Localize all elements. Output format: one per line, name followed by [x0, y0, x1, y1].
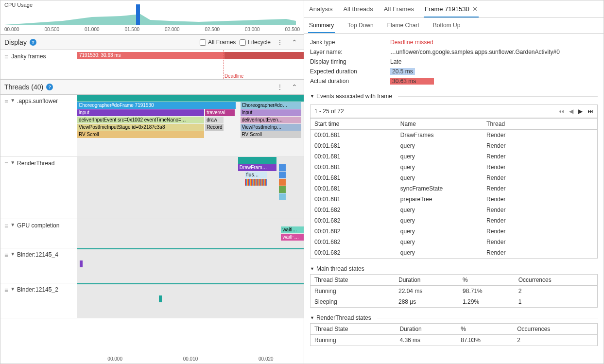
- table-cell: 00:01.681: [311, 183, 397, 194]
- drag-handle-icon[interactable]: [4, 222, 8, 230]
- trace-block[interactable]: waiti…: [281, 226, 304, 233]
- trace-block[interactable]: RV Scroll: [77, 131, 204, 138]
- table-header[interactable]: Thread: [483, 119, 597, 130]
- tab-all-threads[interactable]: All threads: [342, 3, 374, 17]
- trace-block[interactable]: [279, 186, 286, 193]
- trace-block[interactable]: [77, 95, 304, 102]
- caret-down-icon[interactable]: ▼: [10, 286, 15, 292]
- trace-block[interactable]: [279, 179, 286, 186]
- primary-tabs: Analysis All threads All Frames Frame 71…: [304, 0, 604, 18]
- chevron-up-icon[interactable]: [289, 82, 300, 92]
- close-icon[interactable]: ✕: [472, 5, 478, 13]
- trace-block[interactable]: RV Scroll: [241, 131, 302, 138]
- caret-down-icon[interactable]: ▼: [10, 222, 15, 227]
- table-header[interactable]: Thread State: [311, 275, 395, 286]
- table-row[interactable]: 00:01.681queryRender: [311, 162, 598, 173]
- cpu-chart[interactable]: [4, 10, 300, 25]
- pager-prev-icon[interactable]: ◀: [569, 108, 573, 115]
- thread-row: ▼ .apps.sunflower Choreographer#doFrame …: [0, 95, 304, 157]
- table-header[interactable]: Start time: [311, 119, 397, 130]
- trace-block[interactable]: Choreographer#do…: [241, 102, 302, 109]
- tab-bottom-up[interactable]: Bottom Up: [432, 21, 462, 33]
- caret-down-icon[interactable]: ▼: [10, 160, 15, 165]
- trace-block[interactable]: input: [241, 109, 302, 116]
- table-row[interactable]: 00:01.681queryRender: [311, 173, 598, 183]
- trace-block[interactable]: Choreographer#doFrame 7191530: [77, 102, 236, 109]
- table-row[interactable]: 00:01.682queryRender: [311, 215, 598, 226]
- table-cell: Render: [483, 151, 597, 162]
- caret-down-icon[interactable]: ▼: [10, 98, 15, 103]
- table-header[interactable]: %: [457, 324, 513, 335]
- kebab-icon[interactable]: [275, 37, 285, 48]
- pager-first-icon[interactable]: ⏮: [558, 108, 564, 115]
- trace-block[interactable]: ViewPostImeInp…: [241, 124, 302, 131]
- trace-block[interactable]: waitF…: [281, 234, 304, 241]
- trace-block[interactable]: [77, 283, 304, 284]
- pager-next-icon[interactable]: ▶: [578, 108, 583, 115]
- table-cell: 00:01.681: [311, 140, 397, 151]
- table-row[interactable]: 00:01.681DrawFramesRender: [311, 130, 598, 141]
- tab-summary[interactable]: Summary: [308, 21, 335, 33]
- table-row[interactable]: Running4.36 ms87.03%2: [311, 335, 598, 346]
- trace-block[interactable]: deliverInputEven…: [241, 117, 302, 123]
- tab-analysis[interactable]: Analysis: [308, 3, 333, 17]
- trace-block[interactable]: ViewPostImeInputStage id=0x2187c3a8: [77, 124, 204, 131]
- trace-block[interactable]: traversal: [205, 109, 235, 116]
- caret-down-icon[interactable]: ▼: [10, 251, 15, 257]
- table-header[interactable]: Occurrences: [515, 275, 598, 286]
- kebab-icon[interactable]: [275, 82, 285, 92]
- help-icon[interactable]: ?: [30, 39, 36, 46]
- trace-block[interactable]: [279, 193, 286, 200]
- trace-block[interactable]: Record …: [205, 124, 223, 131]
- all-frames-checkbox[interactable]: All Frames: [200, 39, 236, 46]
- trace-block[interactable]: [238, 157, 276, 164]
- table-row[interactable]: 00:01.681prepareTreeRender: [311, 194, 598, 205]
- table-row[interactable]: 00:01.681queryRender: [311, 151, 598, 162]
- trace-block[interactable]: [279, 172, 286, 178]
- tab-all-frames[interactable]: All Frames: [383, 3, 415, 17]
- trace-block[interactable]: [245, 179, 268, 186]
- chevron-up-icon[interactable]: [289, 37, 300, 48]
- trace-block[interactable]: [80, 260, 83, 267]
- trace-block[interactable]: [77, 248, 304, 249]
- pager-info: 1 - 25 of 72: [314, 108, 558, 115]
- tab-flame-chart[interactable]: Flame Chart: [386, 21, 420, 33]
- drag-handle-icon[interactable]: [4, 160, 8, 168]
- table-header[interactable]: Name: [397, 119, 483, 130]
- trace-block[interactable]: input: [77, 109, 204, 116]
- pager-last-icon[interactable]: ⏭: [587, 108, 593, 115]
- trace-block[interactable]: draw: [205, 117, 223, 123]
- caret-down-icon[interactable]: ▼: [310, 94, 314, 99]
- table-row[interactable]: Running22.04 ms98.71%2: [311, 286, 598, 297]
- lifecycle-checkbox[interactable]: Lifecycle: [240, 39, 271, 46]
- table-row[interactable]: 00:01.681syncFrameStateRender: [311, 183, 598, 194]
- display-timing-key: Display timing: [310, 58, 390, 65]
- janky-frame-bar[interactable]: 7191530: 30.63 ms: [77, 52, 304, 59]
- table-header[interactable]: Thread State: [311, 324, 396, 335]
- trace-block[interactable]: flus…: [245, 172, 268, 178]
- table-row[interactable]: 00:01.682queryRender: [311, 226, 598, 237]
- main-states-header: Main thread states: [316, 265, 364, 272]
- caret-down-icon[interactable]: ▼: [310, 266, 314, 271]
- table-row[interactable]: Sleeping288 µs1.29%1: [311, 296, 598, 308]
- table-row[interactable]: 00:01.682queryRender: [311, 205, 598, 215]
- tab-frame[interactable]: Frame 7191530✕: [424, 3, 479, 17]
- table-header[interactable]: %: [459, 275, 515, 286]
- drag-handle-icon[interactable]: [4, 251, 8, 259]
- tab-top-down[interactable]: Top Down: [346, 21, 374, 33]
- drag-handle-icon[interactable]: [4, 53, 8, 61]
- table-row[interactable]: 00:01.682queryRender: [311, 237, 598, 247]
- help-icon[interactable]: ?: [46, 84, 53, 90]
- trace-block[interactable]: [279, 164, 286, 171]
- trace-block[interactable]: deliverInputEvent src=0x1002 eventTimeNa…: [77, 117, 204, 123]
- table-header[interactable]: Duration: [395, 275, 459, 286]
- drag-handle-icon[interactable]: [4, 286, 8, 294]
- table-row[interactable]: 00:01.682queryRender: [311, 247, 598, 259]
- caret-down-icon[interactable]: ▼: [310, 315, 314, 320]
- table-header[interactable]: Occurrences: [513, 324, 597, 335]
- drag-handle-icon[interactable]: [4, 98, 8, 105]
- trace-block[interactable]: [159, 295, 162, 302]
- table-row[interactable]: 00:01.681queryRender: [311, 140, 598, 151]
- table-header[interactable]: Duration: [396, 324, 457, 335]
- trace-block[interactable]: DrawFram…: [238, 164, 276, 171]
